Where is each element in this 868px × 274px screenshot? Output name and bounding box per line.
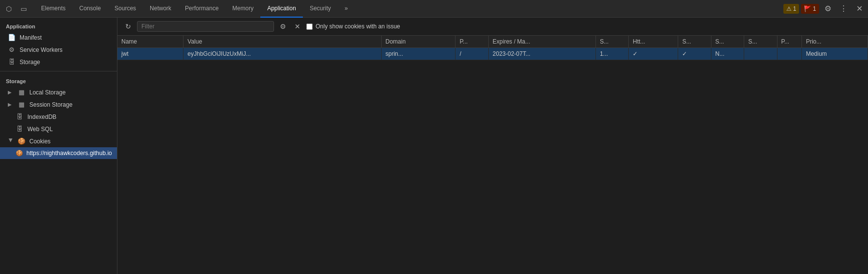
- col-header-name[interactable]: Name: [117, 36, 183, 48]
- cell-name: jwt: [117, 48, 183, 60]
- sidebar-item-session-storage[interactable]: ▶ ▦ Session Storage: [0, 98, 117, 111]
- storage-top-icon: 🗄: [8, 58, 16, 66]
- cell-sameparty: [744, 48, 777, 60]
- tab-memory[interactable]: Memory: [226, 0, 260, 18]
- session-storage-expand-icon: ▶: [8, 102, 14, 107]
- error-icon: 🚩: [804, 5, 811, 12]
- sidebar: Application 📄 Manifest ⚙ Service Workers…: [0, 18, 117, 274]
- cell-partition: [777, 48, 802, 60]
- device-icon[interactable]: ▭: [17, 2, 30, 16]
- storage-section-header: Storage: [0, 74, 117, 86]
- show-issues-text: Only show cookies with an issue: [316, 23, 400, 30]
- tab-console[interactable]: Console: [72, 0, 108, 18]
- warnings-badge[interactable]: ⚠ 1: [783, 4, 799, 14]
- sidebar-item-cookies-label: Cookies: [29, 138, 50, 145]
- cell-domain: sprin...: [381, 48, 456, 60]
- sidebar-item-websql-label: Web SQL: [27, 126, 53, 133]
- col-header-value[interactable]: Value: [183, 36, 381, 48]
- main-area: Application 📄 Manifest ⚙ Service Workers…: [0, 18, 868, 274]
- cell-path: /: [456, 48, 488, 60]
- cookies-icon: 🍪: [18, 137, 25, 145]
- cookie-url-icon: 🍪: [16, 150, 23, 157]
- col-header-size[interactable]: S...: [595, 36, 628, 48]
- cell-value: eyJhbGciOiJIUzUxMiJ...: [183, 48, 381, 60]
- cursor-icon[interactable]: ⬡: [2, 2, 16, 16]
- refresh-button[interactable]: ↻: [122, 21, 134, 32]
- sidebar-item-session-storage-label: Session Storage: [29, 101, 72, 108]
- close-devtools-icon[interactable]: ✕: [852, 2, 866, 16]
- cookie-table: Name Value Domain P... Expires / Ma... S…: [117, 36, 868, 60]
- settings-icon[interactable]: ⚙: [821, 2, 835, 16]
- cookie-table-container: Name Value Domain P... Expires / Ma... S…: [117, 36, 868, 274]
- tab-network[interactable]: Network: [143, 0, 178, 18]
- sidebar-divider: [0, 71, 117, 71]
- tab-sources[interactable]: Sources: [108, 0, 143, 18]
- sidebar-item-manifest-label: Manifest: [20, 34, 42, 41]
- service-workers-icon: ⚙: [8, 46, 16, 53]
- col-header-samesite[interactable]: S...: [711, 36, 744, 48]
- errors-badge[interactable]: 🚩 1: [801, 4, 819, 14]
- sidebar-item-cookie-url[interactable]: 🍪 https://nighthawkcoders.github.io: [0, 147, 117, 159]
- col-header-expires[interactable]: Expires / Ma...: [488, 36, 595, 48]
- sidebar-item-cookies[interactable]: ▶ 🍪 Cookies: [0, 135, 117, 147]
- show-issues-label[interactable]: Only show cookies with an issue: [306, 23, 400, 30]
- more-options-icon[interactable]: ⋮: [837, 2, 850, 16]
- cell-size: 1...: [595, 48, 628, 60]
- content-panel: ↻ ⚙ ✕ Only show cookies with an issue Na…: [117, 18, 868, 274]
- cell-secure: ✓: [678, 48, 711, 60]
- tab-security[interactable]: Security: [303, 0, 338, 18]
- table-header-row: Name Value Domain P... Expires / Ma... S…: [117, 36, 868, 48]
- sidebar-item-indexeddb[interactable]: 🗄 IndexedDB: [0, 111, 117, 123]
- clear-button[interactable]: ✕: [292, 21, 303, 32]
- sidebar-item-manifest[interactable]: 📄 Manifest: [0, 31, 117, 44]
- local-storage-icon: ▦: [18, 89, 25, 96]
- filter-options-icon[interactable]: ⚙: [277, 21, 289, 32]
- filter-input[interactable]: [137, 21, 274, 32]
- col-header-sameparty[interactable]: S...: [744, 36, 777, 48]
- col-header-domain[interactable]: Domain: [381, 36, 456, 48]
- local-storage-expand-icon: ▶: [8, 90, 14, 95]
- tab-bar: ⬡ ▭ Elements Console Sources Network Per…: [0, 0, 868, 18]
- cookies-expand-icon: ▶: [8, 138, 14, 144]
- tab-application[interactable]: Application: [260, 0, 303, 18]
- warning-count: 1: [793, 5, 797, 12]
- sidebar-item-local-storage[interactable]: ▶ ▦ Local Storage: [0, 86, 117, 98]
- show-issues-checkbox[interactable]: [306, 23, 313, 30]
- tab-more[interactable]: »: [338, 0, 355, 18]
- websql-icon: 🗄: [16, 125, 23, 133]
- cell-httponly: ✓: [629, 48, 678, 60]
- cell-expires: 2023-02-07T...: [488, 48, 595, 60]
- sidebar-item-local-storage-label: Local Storage: [29, 89, 66, 96]
- sidebar-item-websql[interactable]: 🗄 Web SQL: [0, 123, 117, 135]
- cookie-toolbar: ↻ ⚙ ✕ Only show cookies with an issue: [117, 18, 868, 36]
- sidebar-item-storage-top-label: Storage: [20, 59, 40, 66]
- sidebar-item-cookie-url-label: https://nighthawkcoders.github.io: [26, 150, 112, 157]
- warning-icon: ⚠: [786, 5, 792, 12]
- col-header-priority[interactable]: Prio...: [802, 36, 868, 48]
- col-header-partition[interactable]: P...: [777, 36, 802, 48]
- table-row[interactable]: jwt eyJhbGciOiJIUzUxMiJ... sprin... / 20…: [117, 48, 868, 60]
- indexeddb-icon: 🗄: [16, 113, 23, 120]
- sidebar-item-service-workers-label: Service Workers: [20, 46, 63, 53]
- cell-samesite: N...: [711, 48, 744, 60]
- error-count: 1: [813, 5, 816, 12]
- tab-elements[interactable]: Elements: [34, 0, 72, 18]
- sidebar-item-indexeddb-label: IndexedDB: [27, 114, 56, 120]
- sidebar-item-service-workers[interactable]: ⚙ Service Workers: [0, 44, 117, 56]
- col-header-secure[interactable]: S...: [678, 36, 711, 48]
- application-section-header: Application: [0, 20, 117, 31]
- manifest-icon: 📄: [8, 34, 16, 41]
- col-header-httponly[interactable]: Htt...: [629, 36, 678, 48]
- tab-performance[interactable]: Performance: [178, 0, 226, 18]
- cell-priority: Medium: [802, 48, 868, 60]
- sidebar-item-storage-top[interactable]: 🗄 Storage: [0, 56, 117, 68]
- col-header-path[interactable]: P...: [456, 36, 488, 48]
- session-storage-icon: ▦: [18, 101, 25, 108]
